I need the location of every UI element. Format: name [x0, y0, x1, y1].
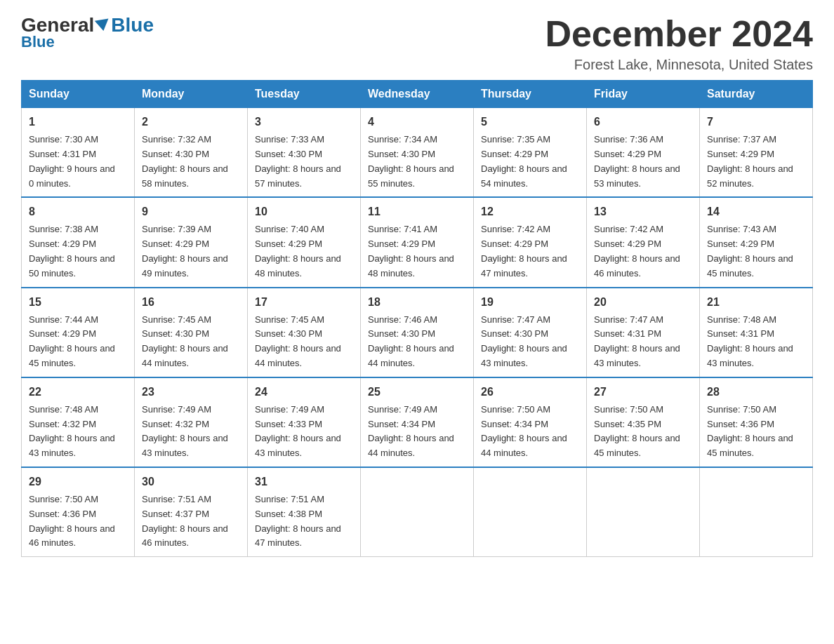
calendar-cell: 12Sunrise: 7:42 AMSunset: 4:29 PMDayligh…: [474, 197, 587, 287]
day-header-tuesday: Tuesday: [248, 81, 361, 108]
day-info: Sunrise: 7:49 AMSunset: 4:33 PMDaylight:…: [255, 404, 341, 458]
day-info: Sunrise: 7:34 AMSunset: 4:30 PMDaylight:…: [368, 134, 454, 188]
day-number: 23: [142, 384, 240, 401]
calendar-cell: 9Sunrise: 7:39 AMSunset: 4:29 PMDaylight…: [135, 197, 248, 287]
calendar-week-row: 29Sunrise: 7:50 AMSunset: 4:36 PMDayligh…: [22, 467, 813, 557]
title-block: December 2024 Forest Lake, Minnesota, Un…: [545, 14, 813, 73]
calendar-cell: 5Sunrise: 7:35 AMSunset: 4:29 PMDaylight…: [474, 108, 587, 198]
day-header-sunday: Sunday: [22, 81, 135, 108]
day-info: Sunrise: 7:50 AMSunset: 4:36 PMDaylight:…: [707, 404, 793, 458]
calendar-cell: 21Sunrise: 7:48 AMSunset: 4:31 PMDayligh…: [700, 288, 813, 377]
day-number: 22: [29, 384, 127, 401]
calendar-cell: 16Sunrise: 7:45 AMSunset: 4:30 PMDayligh…: [135, 288, 248, 377]
calendar-cell: 26Sunrise: 7:50 AMSunset: 4:34 PMDayligh…: [474, 377, 587, 467]
logo-blue-text: Blue: [111, 14, 154, 36]
day-info: Sunrise: 7:51 AMSunset: 4:38 PMDaylight:…: [255, 494, 341, 548]
month-title: December 2024: [545, 14, 813, 54]
day-header-monday: Monday: [135, 81, 248, 108]
calendar-week-row: 8Sunrise: 7:38 AMSunset: 4:29 PMDaylight…: [22, 197, 813, 287]
calendar-cell: 22Sunrise: 7:48 AMSunset: 4:32 PMDayligh…: [22, 377, 135, 467]
day-number: 25: [368, 384, 466, 401]
day-number: 3: [255, 114, 353, 130]
calendar-cell: 10Sunrise: 7:40 AMSunset: 4:29 PMDayligh…: [248, 197, 361, 287]
day-info: Sunrise: 7:42 AMSunset: 4:29 PMDaylight:…: [594, 224, 680, 278]
day-number: 16: [142, 294, 240, 311]
day-header-thursday: Thursday: [474, 81, 587, 108]
calendar-cell: 6Sunrise: 7:36 AMSunset: 4:29 PMDaylight…: [587, 108, 700, 198]
day-number: 4: [368, 114, 466, 130]
calendar-cell: 13Sunrise: 7:42 AMSunset: 4:29 PMDayligh…: [587, 197, 700, 287]
calendar-week-row: 22Sunrise: 7:48 AMSunset: 4:32 PMDayligh…: [22, 377, 813, 467]
calendar-cell: 29Sunrise: 7:50 AMSunset: 4:36 PMDayligh…: [22, 467, 135, 557]
day-info: Sunrise: 7:47 AMSunset: 4:30 PMDaylight:…: [481, 314, 567, 368]
calendar-cell: [700, 467, 813, 557]
day-info: Sunrise: 7:47 AMSunset: 4:31 PMDaylight:…: [594, 314, 680, 368]
day-info: Sunrise: 7:39 AMSunset: 4:29 PMDaylight:…: [142, 224, 228, 278]
calendar-cell: 23Sunrise: 7:49 AMSunset: 4:32 PMDayligh…: [135, 377, 248, 467]
day-number: 19: [481, 294, 579, 311]
day-number: 6: [594, 114, 692, 130]
day-info: Sunrise: 7:50 AMSunset: 4:35 PMDaylight:…: [594, 404, 680, 458]
day-number: 1: [29, 114, 127, 130]
calendar-cell: 7Sunrise: 7:37 AMSunset: 4:29 PMDaylight…: [700, 108, 813, 198]
day-number: 8: [29, 203, 127, 220]
day-number: 2: [142, 114, 240, 130]
day-number: 31: [255, 474, 353, 490]
day-number: 11: [368, 203, 466, 220]
day-info: Sunrise: 7:45 AMSunset: 4:30 PMDaylight:…: [142, 314, 228, 368]
day-number: 13: [594, 203, 692, 220]
day-info: Sunrise: 7:50 AMSunset: 4:36 PMDaylight:…: [29, 494, 115, 548]
day-number: 29: [29, 474, 127, 490]
day-info: Sunrise: 7:36 AMSunset: 4:29 PMDaylight:…: [594, 134, 680, 188]
calendar-cell: 20Sunrise: 7:47 AMSunset: 4:31 PMDayligh…: [587, 288, 700, 377]
day-number: 14: [707, 203, 805, 220]
day-info: Sunrise: 7:35 AMSunset: 4:29 PMDaylight:…: [481, 134, 567, 188]
calendar-cell: 2Sunrise: 7:32 AMSunset: 4:30 PMDaylight…: [135, 108, 248, 198]
day-info: Sunrise: 7:48 AMSunset: 4:31 PMDaylight:…: [707, 314, 793, 368]
location-title: Forest Lake, Minnesota, United States: [545, 57, 813, 73]
day-number: 24: [255, 384, 353, 401]
day-number: 26: [481, 384, 579, 401]
calendar-cell: 18Sunrise: 7:46 AMSunset: 4:30 PMDayligh…: [361, 288, 474, 377]
day-info: Sunrise: 7:41 AMSunset: 4:29 PMDaylight:…: [368, 224, 454, 278]
calendar-header-row: SundayMondayTuesdayWednesdayThursdayFrid…: [22, 81, 813, 108]
day-number: 10: [255, 203, 353, 220]
calendar-cell: 30Sunrise: 7:51 AMSunset: 4:37 PMDayligh…: [135, 467, 248, 557]
day-info: Sunrise: 7:49 AMSunset: 4:32 PMDaylight:…: [142, 404, 228, 458]
day-number: 7: [707, 114, 805, 130]
logo: General Blue Blue: [21, 14, 154, 51]
logo-triangle-icon: [95, 18, 110, 32]
day-info: Sunrise: 7:33 AMSunset: 4:30 PMDaylight:…: [255, 134, 341, 188]
calendar-cell: [587, 467, 700, 557]
day-info: Sunrise: 7:50 AMSunset: 4:34 PMDaylight:…: [481, 404, 567, 458]
day-info: Sunrise: 7:40 AMSunset: 4:29 PMDaylight:…: [255, 224, 341, 278]
calendar-cell: 27Sunrise: 7:50 AMSunset: 4:35 PMDayligh…: [587, 377, 700, 467]
day-number: 20: [594, 294, 692, 311]
calendar-cell: 24Sunrise: 7:49 AMSunset: 4:33 PMDayligh…: [248, 377, 361, 467]
calendar-cell: 11Sunrise: 7:41 AMSunset: 4:29 PMDayligh…: [361, 197, 474, 287]
calendar-week-row: 1Sunrise: 7:30 AMSunset: 4:31 PMDaylight…: [22, 108, 813, 198]
calendar-cell: 15Sunrise: 7:44 AMSunset: 4:29 PMDayligh…: [22, 288, 135, 377]
day-number: 17: [255, 294, 353, 311]
calendar-cell: 1Sunrise: 7:30 AMSunset: 4:31 PMDaylight…: [22, 108, 135, 198]
day-info: Sunrise: 7:51 AMSunset: 4:37 PMDaylight:…: [142, 494, 228, 548]
day-header-wednesday: Wednesday: [361, 81, 474, 108]
day-number: 12: [481, 203, 579, 220]
day-number: 21: [707, 294, 805, 311]
day-info: Sunrise: 7:49 AMSunset: 4:34 PMDaylight:…: [368, 404, 454, 458]
day-info: Sunrise: 7:38 AMSunset: 4:29 PMDaylight:…: [29, 224, 115, 278]
day-number: 30: [142, 474, 240, 490]
calendar-cell: 8Sunrise: 7:38 AMSunset: 4:29 PMDaylight…: [22, 197, 135, 287]
calendar-cell: 17Sunrise: 7:45 AMSunset: 4:30 PMDayligh…: [248, 288, 361, 377]
calendar-cell: 31Sunrise: 7:51 AMSunset: 4:38 PMDayligh…: [248, 467, 361, 557]
day-number: 27: [594, 384, 692, 401]
calendar-cell: [361, 467, 474, 557]
day-info: Sunrise: 7:46 AMSunset: 4:30 PMDaylight:…: [368, 314, 454, 368]
calendar-cell: [474, 467, 587, 557]
day-number: 5: [481, 114, 579, 130]
calendar-cell: 14Sunrise: 7:43 AMSunset: 4:29 PMDayligh…: [700, 197, 813, 287]
calendar-table: SundayMondayTuesdayWednesdayThursdayFrid…: [21, 80, 813, 557]
day-info: Sunrise: 7:48 AMSunset: 4:32 PMDaylight:…: [29, 404, 115, 458]
calendar-cell: 25Sunrise: 7:49 AMSunset: 4:34 PMDayligh…: [361, 377, 474, 467]
day-number: 18: [368, 294, 466, 311]
